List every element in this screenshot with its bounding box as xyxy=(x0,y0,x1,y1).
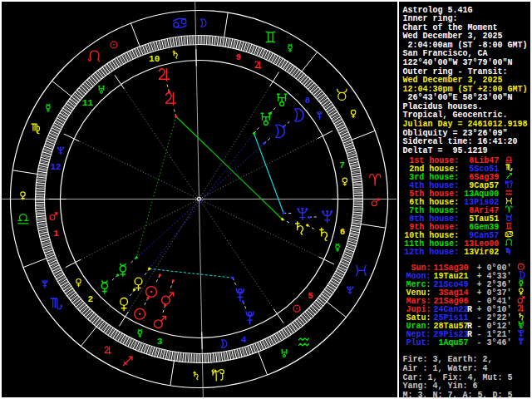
svg-text:7: 7 xyxy=(339,160,345,170)
svg-text:10: 10 xyxy=(149,54,160,64)
svg-text:Wed December 3, 2025: Wed December 3, 2025 xyxy=(403,76,503,85)
svg-text:Wed December 3, 2025: Wed December 3, 2025 xyxy=(403,32,503,41)
svg-text:Air : 1, Water: 4: Air : 1, Water: 4 xyxy=(403,364,488,373)
svg-text:5: 5 xyxy=(308,291,313,301)
svg-text:Fire: 3, Earth: 2,: Fire: 3, Earth: 2, xyxy=(403,355,493,364)
svg-text:Car: 1, Fix: 4, Mut: 5: Car: 1, Fix: 4, Mut: 5 xyxy=(403,373,513,382)
svg-text:Obliquity = 23°26'09": Obliquity = 23°26'09" xyxy=(403,129,508,138)
svg-text:2: 2 xyxy=(88,294,94,304)
svg-text:6: 6 xyxy=(340,227,346,237)
svg-text:DeltaT = 95.1219: DeltaT = 95.1219 xyxy=(403,146,488,155)
svg-text:12: 12 xyxy=(50,162,61,172)
svg-text:Yang: 4, Yin: 6: Yang: 4, Yin: 6 xyxy=(403,382,478,391)
svg-text:122°40'00"W 37°79'00"N: 122°40'00"W 37°79'00"N xyxy=(403,58,513,67)
svg-text:Julian Day = 2461012.9198: Julian Day = 2461012.9198 xyxy=(403,120,528,129)
svg-text:Sidereal time: 16:41:20: Sidereal time: 16:41:20 xyxy=(403,137,518,146)
svg-text:Astrolog 5.41G: Astrolog 5.41G xyxy=(403,6,473,15)
svg-text:San Francisco, CA: San Francisco, CA xyxy=(403,49,488,58)
svg-text:1: 1 xyxy=(53,229,59,239)
svg-text:26°43'00"E 58°23'00"N: 26°43'00"E 58°23'00"N xyxy=(403,93,513,102)
svg-text:1Aqu57: 1Aqu57 xyxy=(434,338,469,347)
svg-text:12:04:30pm (ST +2:00 GMT): 12:04:30pm (ST +2:00 GMT) xyxy=(403,85,528,94)
svg-text:Tropical, Geocentric.: Tropical, Geocentric. xyxy=(403,111,508,120)
svg-text:Outer ring - Transit:: Outer ring - Transit: xyxy=(403,67,508,76)
svg-text:3: 3 xyxy=(157,337,163,347)
svg-text:9: 9 xyxy=(235,52,241,62)
svg-text:13Vir02: 13Vir02 xyxy=(464,248,499,257)
svg-text:11: 11 xyxy=(82,98,94,108)
svg-text:2:04:00am (ST -8:00 GMT): 2:04:00am (ST -8:00 GMT) xyxy=(403,41,528,50)
svg-text:Inner ring:: Inner ring: xyxy=(403,14,458,23)
svg-text:Plut:: Plut: xyxy=(406,338,431,347)
svg-text:Placidus houses.: Placidus houses. xyxy=(403,102,483,111)
svg-text:Chart of the Moment: Chart of the Moment xyxy=(403,23,498,32)
svg-text:4: 4 xyxy=(241,335,247,345)
svg-text:8: 8 xyxy=(305,96,311,106)
svg-text:12th house:: 12th house: xyxy=(404,248,459,257)
svg-text:- 3°46': - 3°46' xyxy=(476,338,511,347)
